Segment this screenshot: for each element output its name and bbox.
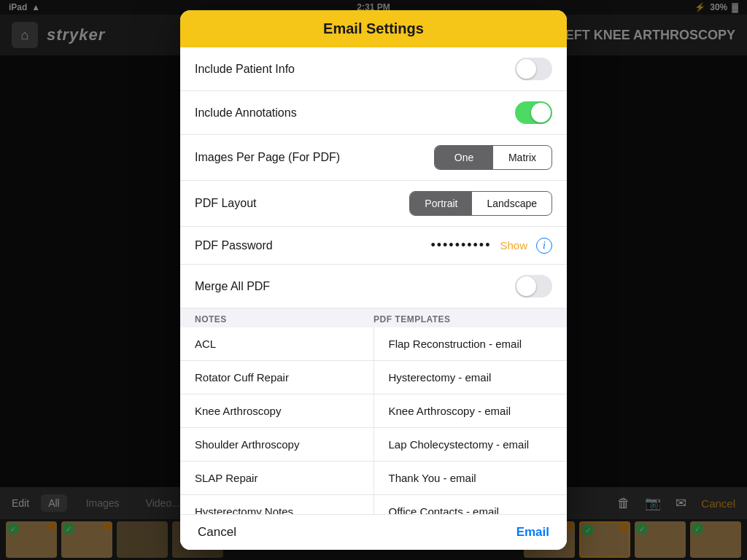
pdf-layout-row: PDF Layout Portrait Landscape <box>180 181 567 227</box>
template-knee[interactable]: Knee Arthroscopy - email <box>374 394 568 427</box>
include-patient-info-row: Include Patient Info <box>180 47 567 91</box>
notes-header: NOTES <box>195 314 374 324</box>
toggle-knob <box>531 103 551 122</box>
list-item: ACL Flap Reconstruction - email <box>180 327 567 361</box>
pdf-password-row: PDF Password •••••••••• Show i <box>180 227 567 265</box>
images-per-page-label: Images Per Page (For PDF) <box>195 151 434 164</box>
merge-all-pdf-row: Merge All PDF <box>180 265 567 308</box>
pdf-templates-header: PDF TEMPLATES <box>374 314 552 324</box>
settings-section: Include Patient Info Include Annotations <box>180 47 567 308</box>
note-acl[interactable]: ACL <box>180 327 374 360</box>
email-settings-modal: Email Settings Include Patient Info Inc <box>180 10 567 550</box>
template-office-contacts[interactable]: Office Contacts - email <box>374 495 568 514</box>
merge-all-pdf-toggle[interactable] <box>515 275 552 298</box>
list-section: NOTES PDF TEMPLATES ACL Flap Reconstruct… <box>180 308 567 514</box>
include-annotations-label: Include Annotations <box>195 106 515 120</box>
cancel-button[interactable]: Cancel <box>198 525 236 540</box>
toggle-knob <box>516 59 536 79</box>
toggle-patient-info[interactable] <box>515 58 552 80</box>
note-shoulder[interactable]: Shoulder Arthroscopy <box>180 428 374 461</box>
modal-overlay: Email Settings Include Patient Info Inc <box>0 0 747 560</box>
seg-matrix[interactable]: Matrix <box>493 146 551 169</box>
pdf-layout-label: PDF Layout <box>195 197 409 210</box>
list-item: Knee Arthroscopy Knee Arthroscopy - emai… <box>180 394 567 428</box>
include-patient-info-toggle[interactable] <box>515 58 552 80</box>
show-password-button[interactable]: Show <box>500 239 527 252</box>
toggle-annotations[interactable] <box>515 101 552 124</box>
template-lap-chole[interactable]: Lap Cholecystectomy - email <box>374 428 568 461</box>
seg-landscape[interactable]: Landscape <box>472 192 551 215</box>
include-patient-info-label: Include Patient Info <box>195 63 515 76</box>
note-knee[interactable]: Knee Arthroscopy <box>180 394 374 427</box>
pdf-password-control: •••••••••• Show i <box>430 238 552 254</box>
modal-body: Include Patient Info Include Annotations <box>180 47 567 514</box>
include-annotations-row: Include Annotations <box>180 91 567 135</box>
info-icon[interactable]: i <box>536 238 552 254</box>
images-per-page-segmented[interactable]: One Matrix <box>434 145 552 170</box>
note-hysterectomy[interactable]: Hysterectomy Notes <box>180 495 374 514</box>
list-item: Rotator Cuff Repair Hysterectomy - email <box>180 361 567 394</box>
toggle-merge-pdf[interactable] <box>515 275 552 298</box>
seg-one[interactable]: One <box>435 146 493 169</box>
template-hysterectomy[interactable]: Hysterectomy - email <box>374 361 568 394</box>
pdf-layout-segmented[interactable]: Portrait Landscape <box>409 191 552 216</box>
seg-portrait[interactable]: Portrait <box>410 192 472 215</box>
pdf-password-label: PDF Password <box>195 239 430 252</box>
note-rotator-cuff[interactable]: Rotator Cuff Repair <box>180 361 374 394</box>
list-section-header: NOTES PDF TEMPLATES <box>180 308 567 327</box>
include-annotations-toggle[interactable] <box>515 101 552 124</box>
modal-footer: Cancel Email <box>180 514 567 550</box>
template-thank-you[interactable]: Thank You - email <box>374 462 568 494</box>
list-item: Shoulder Arthroscopy Lap Cholecystectomy… <box>180 428 567 462</box>
pdf-password-field[interactable]: •••••••••• <box>430 238 491 253</box>
template-flap[interactable]: Flap Reconstruction - email <box>374 327 568 360</box>
images-per-page-row: Images Per Page (For PDF) One Matrix <box>180 135 567 181</box>
merge-all-pdf-label: Merge All PDF <box>195 280 515 293</box>
pdf-layout-control: Portrait Landscape <box>409 191 552 216</box>
modal-header: Email Settings <box>180 10 567 47</box>
images-per-page-control: One Matrix <box>434 145 552 170</box>
email-button[interactable]: Email <box>516 525 549 540</box>
modal-title: Email Settings <box>323 20 424 36</box>
note-slap[interactable]: SLAP Repair <box>180 462 374 494</box>
list-item: Hysterectomy Notes Office Contacts - ema… <box>180 495 567 514</box>
toggle-knob <box>516 276 536 296</box>
list-item: SLAP Repair Thank You - email <box>180 462 567 495</box>
